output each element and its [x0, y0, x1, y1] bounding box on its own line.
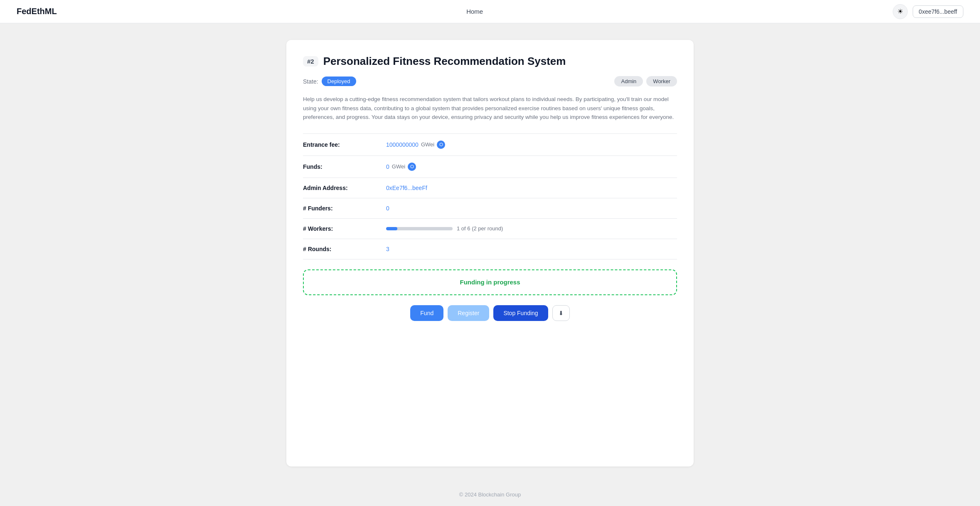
header-right: ☀ 0xee7f6...beeff — [893, 4, 963, 19]
entrance-fee-label: Entrance fee: — [303, 141, 386, 148]
card-title-row: #2 Personalized Fitness Recommendation S… — [303, 55, 677, 68]
admin-address-label: Admin Address: — [303, 185, 386, 191]
theme-toggle-button[interactable]: ☀ — [893, 4, 908, 19]
workers-row: # Workers: 1 of 6 (2 per round) — [303, 219, 677, 239]
project-card: #2 Personalized Fitness Recommendation S… — [286, 40, 694, 467]
rounds-row: # Rounds: 3 — [303, 239, 677, 259]
funders-label: # Funders: — [303, 205, 386, 212]
entrance-fee-number: 1000000000 — [386, 141, 419, 148]
eth-icon-funds: ⬡ — [408, 163, 416, 171]
fund-button[interactable]: Fund — [410, 305, 443, 321]
admin-address-value: 0xEe7f6...beeFf — [386, 185, 427, 191]
footer-text: © 2024 Blockchain Group — [459, 491, 521, 498]
funds-row: Funds: 0 GWei ⬡ — [303, 156, 677, 178]
stop-funding-button[interactable]: Stop Funding — [493, 305, 548, 321]
header: FedEthML Home ☀ 0xee7f6...beeff — [0, 0, 980, 23]
workers-progress-bar-bg — [386, 227, 453, 230]
eth-icon-entrance: ⬡ — [437, 141, 445, 149]
admin-badge: Admin — [614, 76, 643, 86]
funds-value: 0 GWei ⬡ — [386, 163, 416, 171]
funds-unit: GWei — [392, 163, 405, 170]
funding-status-box: Funding in progress — [303, 269, 677, 295]
state-label: State: — [303, 78, 318, 85]
funds-label: Funds: — [303, 163, 386, 170]
action-buttons: Fund Register Stop Funding ⬇ — [303, 305, 677, 321]
workers-progress-text: 1 of 6 (2 per round) — [457, 225, 503, 232]
project-number: #2 — [303, 56, 318, 67]
workers-progress: 1 of 6 (2 per round) — [386, 225, 503, 232]
logo: FedEthML — [17, 7, 57, 16]
nav: Home — [466, 8, 483, 15]
state-badge: Deployed — [322, 77, 356, 86]
admin-address-row: Admin Address: 0xEe7f6...beeFf — [303, 178, 677, 198]
footer: © 2024 Blockchain Group — [0, 483, 980, 506]
funders-row: # Funders: 0 — [303, 198, 677, 219]
project-title: Personalized Fitness Recommendation Syst… — [323, 55, 566, 68]
main-content: #2 Personalized Fitness Recommendation S… — [0, 23, 980, 483]
worker-badge: Worker — [646, 76, 677, 86]
register-button[interactable]: Register — [448, 305, 489, 321]
sun-icon: ☀ — [897, 7, 903, 15]
download-button[interactable]: ⬇ — [552, 305, 570, 321]
rounds-label: # Rounds: — [303, 246, 386, 252]
state-row: State: Deployed Admin Worker — [303, 76, 677, 86]
project-description: Help us develop a cutting-edge fitness r… — [303, 95, 677, 122]
state-left: State: Deployed — [303, 77, 356, 86]
nav-home[interactable]: Home — [466, 8, 483, 15]
info-section: Entrance fee: 1000000000 GWei ⬡ Funds: 0… — [303, 133, 677, 259]
download-icon: ⬇ — [559, 310, 564, 316]
entrance-fee-row: Entrance fee: 1000000000 GWei ⬡ — [303, 134, 677, 156]
entrance-fee-value: 1000000000 GWei ⬡ — [386, 141, 445, 149]
funds-number: 0 — [386, 163, 389, 170]
workers-label: # Workers: — [303, 225, 386, 232]
rounds-value: 3 — [386, 246, 389, 252]
workers-progress-bar-fill — [386, 227, 397, 230]
wallet-address-button[interactable]: 0xee7f6...beeff — [913, 5, 963, 18]
entrance-fee-unit: GWei — [421, 141, 434, 148]
funding-status-text: Funding in progress — [460, 279, 520, 286]
role-badges: Admin Worker — [614, 76, 677, 86]
funders-value: 0 — [386, 205, 389, 212]
